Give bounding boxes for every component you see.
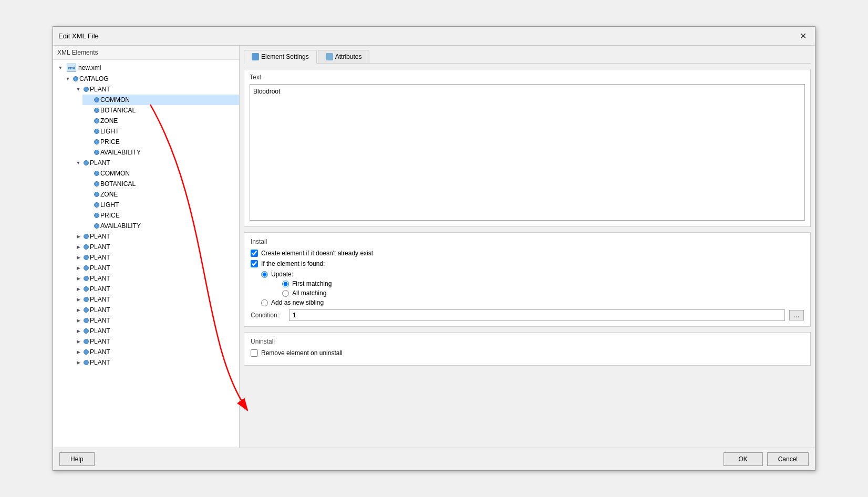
price2-label: PRICE — [100, 212, 120, 219]
plant5-label: PLANT — [90, 254, 110, 261]
plant1-bullet — [84, 87, 89, 92]
price2-row[interactable]: PRICE — [82, 210, 239, 221]
remove-element-checkbox[interactable] — [251, 349, 258, 357]
plant13-expand[interactable] — [74, 337, 82, 346]
plant6-expand[interactable] — [74, 264, 82, 272]
plant9-expand[interactable] — [74, 295, 82, 304]
plant7-row[interactable]: PLANT — [72, 273, 239, 284]
botanical2-row[interactable]: BOTANICAL — [82, 179, 239, 189]
first-matching-radio[interactable] — [282, 281, 289, 287]
first-matching-label: First matching — [292, 280, 332, 287]
catalog-bullet — [73, 76, 78, 81]
plant2-row[interactable]: PLANT — [72, 158, 239, 168]
plant15-label: PLANT — [90, 359, 110, 366]
plant3-expand[interactable] — [74, 232, 82, 241]
zone2-row[interactable]: ZONE — [82, 189, 239, 200]
plant1-row[interactable]: PLANT — [72, 84, 239, 95]
plant14-expand[interactable] — [74, 348, 82, 356]
tree-container[interactable]: xml new.xml CATALOG — [53, 60, 239, 448]
botanical1-label: BOTANICAL — [100, 107, 136, 114]
availability2-bullet — [94, 223, 99, 229]
plant3-bullet — [84, 234, 89, 239]
availability1-row[interactable]: AVAILABILITY — [82, 147, 239, 158]
plant1-label: PLANT — [90, 86, 110, 93]
cancel-button[interactable]: Cancel — [767, 452, 809, 466]
plant13-row[interactable]: PLANT — [72, 336, 239, 347]
plant4-bullet — [84, 244, 89, 250]
light1-label: LIGHT — [100, 128, 119, 135]
plant6-label: PLANT — [90, 264, 110, 272]
catalog-node: CATALOG PLANT — [53, 74, 239, 368]
light2-bullet — [94, 202, 99, 208]
tab-element-settings[interactable]: Element Settings — [244, 50, 317, 64]
zone1-row[interactable]: ZONE — [82, 116, 239, 126]
help-button[interactable]: Help — [59, 452, 95, 466]
plant12-row[interactable]: PLANT — [72, 326, 239, 336]
plant8-label: PLANT — [90, 285, 110, 293]
plant14-row[interactable]: PLANT — [72, 347, 239, 357]
update-sub-group: First matching All matching — [282, 280, 804, 297]
availability2-row[interactable]: AVAILABILITY — [82, 221, 239, 231]
plant8-expand[interactable] — [74, 285, 82, 293]
ok-button[interactable]: OK — [724, 452, 763, 466]
price1-label: PRICE — [100, 138, 120, 146]
plant8-row[interactable]: PLANT — [72, 284, 239, 294]
catalog-expand-icon[interactable] — [64, 75, 72, 83]
condition-input[interactable] — [289, 309, 785, 321]
plant7-bullet — [84, 276, 89, 281]
plant2-children: COMMON BOTANICAL ZON — [72, 168, 239, 231]
plant9-row[interactable]: PLANT — [72, 294, 239, 305]
dialog-body: XML Elements xml new.xml CATALOG — [53, 46, 815, 448]
if-element-found-label: If the element is found: — [261, 260, 325, 267]
add-sibling-radio[interactable] — [261, 299, 268, 306]
plant5-expand[interactable] — [74, 253, 82, 262]
light2-row[interactable]: LIGHT — [82, 200, 239, 210]
catalog-children: PLANT COMMON — [61, 84, 239, 368]
uninstall-title: Uninstall — [251, 338, 804, 345]
update-radio[interactable] — [261, 271, 268, 278]
close-button[interactable]: ✕ — [797, 30, 810, 42]
price1-row[interactable]: PRICE — [82, 137, 239, 147]
availability1-bullet — [94, 150, 99, 155]
plant12-label: PLANT — [90, 327, 110, 335]
first-matching-row: First matching — [282, 280, 804, 287]
plant3-row[interactable]: PLANT — [72, 231, 239, 242]
plant10-label: PLANT — [90, 306, 110, 314]
catalog-row[interactable]: CATALOG — [61, 74, 239, 84]
plant15-row[interactable]: PLANT — [72, 357, 239, 368]
common1-row[interactable]: COMMON — [82, 95, 239, 105]
file-expand-icon[interactable] — [56, 64, 65, 72]
light1-row[interactable]: LIGHT — [82, 126, 239, 137]
text-input[interactable]: Bloodroot — [250, 84, 805, 221]
plant4-row[interactable]: PLANT — [72, 242, 239, 252]
tab-attributes[interactable]: Attributes — [318, 50, 370, 63]
plant11-expand[interactable] — [74, 316, 82, 325]
zone1-bullet — [94, 118, 99, 123]
plant10-row[interactable]: PLANT — [72, 305, 239, 315]
plant7-expand[interactable] — [74, 274, 82, 283]
plant4-label: PLANT — [90, 243, 110, 251]
plant2-expand-icon[interactable] — [74, 159, 82, 167]
plant12-expand[interactable] — [74, 327, 82, 335]
plant1-expand-icon[interactable] — [74, 85, 82, 94]
all-matching-radio[interactable] — [282, 290, 289, 297]
remove-element-label: Remove element on uninstall — [261, 349, 343, 357]
ok-cancel-group: OK Cancel — [724, 452, 809, 466]
common2-row[interactable]: COMMON — [82, 168, 239, 179]
create-element-checkbox[interactable] — [251, 250, 258, 257]
plant10-expand[interactable] — [74, 306, 82, 314]
plant15-expand[interactable] — [74, 358, 82, 367]
plant2-label: PLANT — [90, 159, 110, 167]
plant4-expand[interactable] — [74, 243, 82, 251]
text-section-title: Text — [250, 74, 805, 81]
plant14-bullet — [84, 349, 89, 355]
update-label: Update: — [271, 271, 293, 278]
plant5-row[interactable]: PLANT — [72, 252, 239, 263]
if-element-found-checkbox[interactable] — [251, 260, 258, 267]
add-sibling-row: Add as new sibling — [261, 299, 804, 306]
bottom-bar: Help OK Cancel — [53, 448, 815, 470]
plant6-row[interactable]: PLANT — [72, 263, 239, 273]
plant11-row[interactable]: PLANT — [72, 315, 239, 326]
botanical1-row[interactable]: BOTANICAL — [82, 105, 239, 116]
condition-browse-button[interactable]: ... — [789, 310, 804, 320]
